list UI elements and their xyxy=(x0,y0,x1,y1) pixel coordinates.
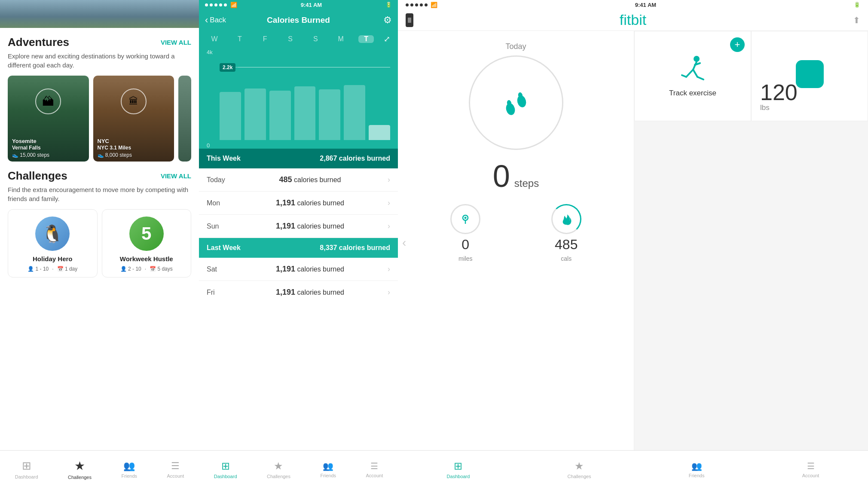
p2-time: 9:41 AM xyxy=(301,2,322,8)
list-item-mon[interactable]: Mon 1,191 calories burned xyxy=(199,192,398,215)
p2-challenges-label: Challenges xyxy=(267,474,290,479)
yosemite-steps: 👟 15,000 steps xyxy=(12,152,49,158)
account-label: Account xyxy=(167,473,184,479)
p2-tab-friends[interactable]: 👥 Friends xyxy=(320,461,336,478)
day-m[interactable]: M xyxy=(333,35,348,43)
p3-content: ‹ Today 0 steps xyxy=(398,31,868,450)
challenges-view-all[interactable]: VIEW ALL xyxy=(161,172,191,180)
yosemite-info: Yosemite Vernal Falls 👟 15,000 steps xyxy=(8,134,54,162)
day-s2[interactable]: S xyxy=(308,35,323,43)
adventure-card-yosemite[interactable]: 🏔 Yosemite Vernal Falls 👟 15,000 steps xyxy=(8,76,89,162)
list-day-sat: Sat xyxy=(207,265,232,273)
p3-dashboard-icon: ⊞ xyxy=(454,460,462,472)
expand-icon[interactable]: ⤢ xyxy=(384,34,390,44)
adventure-cards-container: 🏔 Yosemite Vernal Falls 👟 15,000 steps 🏛… xyxy=(8,76,191,162)
challenge-card-holiday[interactable]: 🐧 Holiday Hero 👤 1 - 10 · 📅 1 day xyxy=(8,209,98,278)
p2-tab-dashboard[interactable]: ⊞ Dashboard xyxy=(214,460,237,479)
day-s1[interactable]: S xyxy=(283,35,298,43)
adventure-card-nyc[interactable]: 🏛 NYC NYC 3.1 Miles 👟 8,000 steps xyxy=(93,76,174,162)
p2-tab-challenges[interactable]: ★ Challenges xyxy=(267,460,290,479)
bar-t2 xyxy=(369,125,390,140)
yosemite-name: Yosemite xyxy=(12,138,49,145)
list-day-sat2: Fri xyxy=(207,289,232,296)
bar-w xyxy=(220,92,241,140)
p3-dashboard-label: Dashboard xyxy=(447,474,470,479)
tab-dashboard[interactable]: ⊞ Dashboard xyxy=(15,459,38,479)
panel-challenges: Adventures VIEW ALL Explore new and exci… xyxy=(0,0,199,488)
list-item-today[interactable]: Today 485 calories burned xyxy=(199,168,398,192)
last-week-banner: Last Week 8,337 calories burned xyxy=(199,238,398,258)
p3-steps-section: ‹ Today 0 steps xyxy=(398,31,634,450)
miles-value: 0 xyxy=(462,237,469,253)
nyc-name: NYC xyxy=(98,138,132,145)
dashboard-icon: ⊞ xyxy=(22,459,31,473)
list-item-sat[interactable]: Sat 1,191 calories burned xyxy=(199,258,398,281)
workweek-name: Workweek Hustle xyxy=(120,255,173,262)
flame-icon xyxy=(561,213,572,226)
p3-cards-section: Track exercise + 120 lbs xyxy=(634,31,868,450)
share-button[interactable]: ⬆ xyxy=(853,15,860,25)
list-item-sun[interactable]: Sun 1,191 calories burned xyxy=(199,215,398,238)
prev-button[interactable]: ‹ xyxy=(402,236,406,250)
p3-challenges-icon: ★ xyxy=(575,460,584,472)
weight-card[interactable]: 120 lbs xyxy=(751,31,868,121)
tab-friends[interactable]: 👥 Friends xyxy=(121,461,137,479)
track-exercise-label: Track exercise xyxy=(669,89,716,98)
list-item-sat2[interactable]: Fri 1,191 calories burned xyxy=(199,281,398,304)
challenges-title: Challenges xyxy=(8,169,67,183)
day-f[interactable]: F xyxy=(257,35,273,43)
panel1-scrollable: Adventures VIEW ALL Explore new and exci… xyxy=(0,28,199,450)
p3-tab-friends[interactable]: 👥 Friends xyxy=(689,461,705,478)
last-week-label: Last Week xyxy=(207,244,241,252)
yosemite-subtitle: Vernal Falls xyxy=(12,145,49,151)
adventure-card-extra xyxy=(178,76,191,162)
panel-calories: 📶 9:41 AM 🔋 ‹ Back Calories Burned ⚙ W T… xyxy=(199,0,398,488)
p3-tab-challenges[interactable]: ★ Challenges xyxy=(568,460,591,479)
svg-line-7 xyxy=(693,62,697,70)
p2-bar-chart: 4k 2.2k 0 xyxy=(207,46,390,149)
challenges-desc: Find the extra encouragement to move mor… xyxy=(8,185,191,203)
today-label: Today xyxy=(505,42,526,51)
bar-s1 xyxy=(294,86,316,140)
tab-account[interactable]: ☰ Account xyxy=(167,461,184,479)
list-arrow-sun xyxy=(388,222,390,231)
cals-value: 485 xyxy=(555,237,578,253)
back-button[interactable]: ‹ Back xyxy=(205,15,226,26)
workweek-badge: 5 xyxy=(129,217,164,251)
settings-icon[interactable]: ⚙ xyxy=(383,15,392,26)
running-icon xyxy=(678,55,708,85)
p2-account-icon: ☰ xyxy=(370,461,378,471)
svg-point-6 xyxy=(694,56,700,62)
track-exercise-card[interactable]: Track exercise + xyxy=(634,31,751,121)
svg-point-5 xyxy=(465,217,467,219)
p2-tab-account[interactable]: ☰ Account xyxy=(366,461,383,478)
this-week-calories: 2,867 calories burned xyxy=(320,155,390,162)
p3-tab-dashboard[interactable]: ⊞ Dashboard xyxy=(447,460,470,479)
list-arrow-sat xyxy=(388,265,390,274)
list-day-mon: Mon xyxy=(207,199,232,207)
p3-time: 9:41 AM xyxy=(635,2,656,8)
miles-icon-circle xyxy=(450,204,480,234)
holiday-icon: 🐧 xyxy=(42,224,63,244)
list-cals-today: 485 calories burned xyxy=(279,175,341,184)
adventures-view-all[interactable]: VIEW ALL xyxy=(161,39,191,46)
day-w[interactable]: W xyxy=(207,35,222,43)
metric-miles: 0 miles xyxy=(450,204,480,262)
svg-line-12 xyxy=(697,77,703,79)
p2-list: Today 485 calories burned Mon 1,191 calo… xyxy=(199,168,398,450)
day-t1[interactable]: T xyxy=(232,35,248,43)
calories-burned-title: Calories Burned xyxy=(267,15,330,25)
tab-challenges-active[interactable]: ★ Challenges xyxy=(68,459,92,480)
list-cals-sat2: 1,191 calories burned xyxy=(276,288,344,297)
svg-line-11 xyxy=(693,70,697,77)
list-arrow-today xyxy=(388,175,390,184)
challenge-card-workweek[interactable]: 5 Workweek Hustle 👤 2 - 10 · 📅 5 days xyxy=(102,209,192,278)
p3-navbar: fitbit ⬆ xyxy=(398,9,868,31)
p3-tab-account[interactable]: ☰ Account xyxy=(802,461,819,478)
add-exercise-button[interactable]: + xyxy=(730,37,745,52)
adventures-header: Adventures VIEW ALL xyxy=(8,36,191,49)
svg-line-10 xyxy=(682,75,686,77)
cals-icon-circle xyxy=(551,204,581,234)
day-t2-active[interactable]: T xyxy=(358,35,374,43)
list-day-sun: Sun xyxy=(207,223,232,230)
